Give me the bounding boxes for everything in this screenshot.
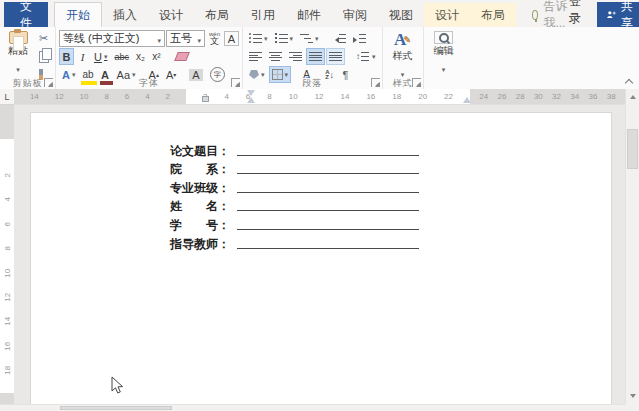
vertical-scrollbar[interactable] (625, 89, 639, 404)
editing-button-label: 编辑 (434, 44, 454, 58)
font-size-combo[interactable]: 五号 (166, 30, 205, 47)
fill-in-line[interactable] (237, 173, 419, 174)
fill-in-line[interactable] (237, 192, 419, 193)
ribbon-tab[interactable]: 审阅 (332, 3, 378, 27)
bullets-button[interactable] (246, 30, 271, 47)
copy-icon (39, 51, 49, 63)
styles-dialog-launcher[interactable] (412, 78, 421, 87)
italic-button[interactable]: I (75, 48, 90, 65)
align-right-button[interactable] (286, 48, 305, 65)
copy-button[interactable] (35, 48, 52, 65)
clipboard-dialog-launcher[interactable] (44, 78, 53, 87)
form-row[interactable]: 学 号： (170, 214, 419, 233)
scroll-up-button[interactable] (626, 89, 639, 102)
form-label: 院 系： (170, 162, 230, 177)
strikethrough-button[interactable]: abc (111, 48, 132, 65)
vruler-numbers: 24681012141618 (0, 163, 14, 383)
distribute-button[interactable] (326, 48, 345, 65)
ribbon-tab[interactable]: 布局 (194, 3, 240, 27)
align-left-button[interactable] (246, 48, 265, 65)
document-area: 论文题目： 院 系： 专业班级： 姓 名： (14, 105, 625, 404)
form-row[interactable]: 院 系： (170, 159, 419, 178)
align-center-icon (269, 52, 282, 61)
ribbon-tab[interactable]: 视图 (378, 3, 424, 27)
fill-in-line[interactable] (237, 210, 419, 211)
paragraph-dialog-launcher[interactable] (371, 78, 380, 87)
fill-in-line[interactable] (237, 155, 419, 156)
ruler-number: 26 (498, 89, 507, 104)
fill-in-line[interactable] (237, 229, 419, 230)
tab-file[interactable]: 文件 (4, 2, 48, 27)
styles-group: A 样式 样式 (383, 27, 424, 89)
contextual-tab[interactable]: 设计 (424, 3, 470, 27)
tab-stop-selector[interactable]: L (0, 89, 15, 105)
document-page[interactable]: 论文题目： 院 系： 专业班级： 姓 名： (30, 112, 612, 404)
multilevel-list-button[interactable] (297, 30, 322, 47)
ruler-number: 14 (30, 89, 39, 104)
collapse-ribbon-chevron[interactable] (624, 78, 634, 86)
tell-me-box[interactable]: 告诉我... (532, 3, 569, 27)
ribbon-tab[interactable]: 引用 (240, 3, 286, 27)
numbering-icon (275, 34, 288, 43)
justify-button[interactable] (306, 48, 325, 65)
sign-in-button[interactable]: 登录 (569, 0, 581, 27)
hruler-left-margin: 1412108642 (14, 89, 186, 104)
form-row[interactable]: 专业班级： (170, 177, 419, 196)
ribbon-tab[interactable]: 邮件 (286, 3, 332, 27)
clear-formatting-button[interactable] (173, 48, 191, 65)
left-indent-marker[interactable] (202, 96, 209, 102)
subscript-button[interactable]: x₂ (133, 48, 148, 65)
tab-home[interactable]: 开始 (54, 2, 102, 28)
ribbon-tab[interactable]: 设计 (148, 3, 194, 27)
form-label: 学 号： (170, 218, 230, 233)
phonetic-guide-button[interactable]: wén 文 (206, 30, 223, 47)
form-row[interactable]: 指导教师： (170, 233, 419, 252)
paste-button[interactable]: 粘贴 (3, 30, 33, 77)
underline-button[interactable]: U (91, 48, 110, 65)
superscript-button[interactable]: x² (149, 48, 164, 65)
ribbon-tab[interactable]: 插入 (102, 3, 148, 27)
share-person-icon (607, 9, 616, 20)
font-dialog-launcher[interactable] (231, 78, 240, 87)
ruler-number: 20 (418, 89, 427, 104)
word-window: 文件 开始 插入设计布局引用邮件审阅视图 设计布局 告诉我... 登录 共享 (0, 0, 639, 411)
contextual-tab[interactable]: 布局 (470, 3, 516, 27)
share-button[interactable]: 共享 (597, 2, 639, 27)
character-border-button[interactable]: A (224, 31, 239, 46)
fill-in-line[interactable] (237, 248, 419, 249)
clipboard-group: 粘贴 ✂ 剪贴板 (0, 27, 56, 89)
form-label: 论文题目： (170, 144, 230, 159)
cut-button[interactable]: ✂ (35, 30, 52, 47)
right-indent-marker[interactable] (463, 93, 471, 103)
paste-dropdown-arrow[interactable] (16, 58, 20, 76)
editing-button[interactable]: 编辑 (427, 30, 461, 77)
ruler-number: 38 (607, 89, 616, 104)
horizontal-scrollbar[interactable] (0, 404, 625, 411)
paragraph-group-label: 段落 (243, 77, 382, 89)
ruler-number: 34 (570, 89, 579, 104)
hanging-indent-marker[interactable] (247, 93, 255, 103)
scroll-down-button[interactable] (626, 391, 639, 404)
font-name-combo[interactable]: 等线 (中文正文) (59, 30, 165, 47)
bold-button[interactable]: B (59, 48, 74, 65)
ruler-number: 28 (516, 89, 525, 104)
vruler-top-margin (0, 105, 14, 139)
ruler-number: 10 (289, 89, 298, 104)
vertical-scroll-thumb[interactable] (627, 129, 638, 169)
form-row[interactable]: 姓 名： (170, 196, 419, 215)
increase-indent-button[interactable] (350, 30, 369, 47)
form-row[interactable]: 论文题目： (170, 140, 419, 159)
ruler-number: 10 (80, 89, 89, 104)
styles-button[interactable]: A 样式 (386, 30, 420, 77)
decrease-indent-icon (333, 34, 346, 43)
line-spacing-button[interactable]: ↕ (353, 48, 379, 65)
horizontal-ruler[interactable]: 1412108642 246810121416182022 2426283032… (14, 89, 625, 105)
align-center-button[interactable] (266, 48, 285, 65)
horizontal-scroll-thumb[interactable] (60, 406, 172, 410)
vertical-ruler[interactable]: 24681012141618 (0, 105, 15, 404)
font-size-value: 五号 (170, 31, 197, 46)
line-spacing-icon: ↕ (356, 52, 360, 61)
numbering-button[interactable] (272, 30, 297, 47)
decrease-indent-button[interactable] (330, 30, 349, 47)
ruler-number: 8 (104, 89, 108, 104)
